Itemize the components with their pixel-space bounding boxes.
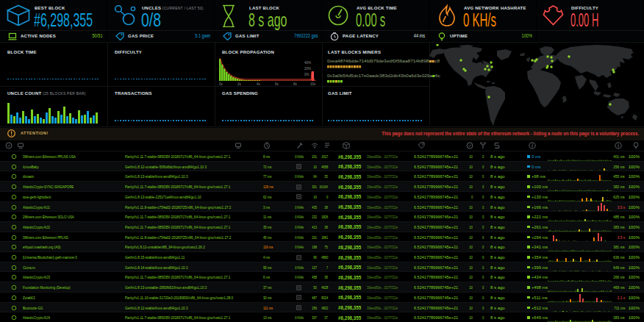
svg-text:40%: 40% [304,61,311,65]
svg-text:0%: 0% [304,73,310,76]
svg-text:2s: 2s [237,82,242,86]
svg-text:4s: 4s [257,82,261,86]
svg-text:6s: 6s [275,82,279,86]
svg-text:20%: 20% [304,67,311,71]
svg-text:10s: 10s [310,82,316,86]
svg-text:8s: 8s [293,82,298,86]
svg-text:0s: 0s [219,82,223,86]
